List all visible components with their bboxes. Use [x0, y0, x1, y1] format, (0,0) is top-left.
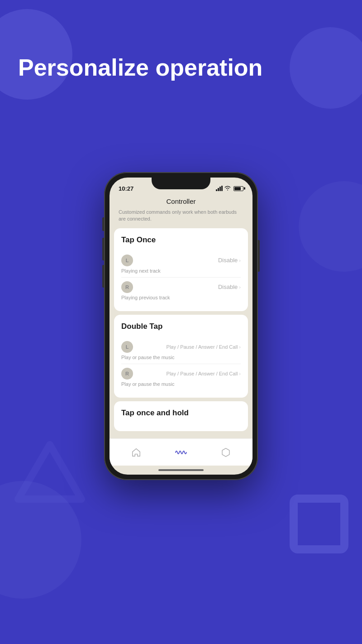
- tap-hold-card: Tap once and hold: [114, 401, 248, 431]
- app-content[interactable]: Tap Once L Disable › Playing next track …: [110, 228, 252, 438]
- bg-decoration-triangle: [14, 436, 86, 508]
- double-tap-left-row[interactable]: L Play / Pause / Answer / End Call › Pla…: [121, 337, 241, 364]
- bottom-nav: [110, 438, 252, 466]
- page-title: Personalize operation: [18, 54, 344, 82]
- tap-once-left-label: Playing next track: [121, 268, 241, 274]
- tap-once-left-row[interactable]: L Disable › Playing next track: [121, 251, 241, 278]
- tap-once-left-value[interactable]: Disable ›: [218, 257, 241, 264]
- double-tap-title: Double Tap: [121, 322, 241, 331]
- home-indicator: [110, 466, 252, 475]
- nav-settings[interactable]: [217, 443, 235, 461]
- phone-notch: [152, 178, 210, 189]
- double-tap-right-row[interactable]: R Play / Pause / Answer / End Call › Pla…: [121, 364, 241, 390]
- chevron-right-icon-2: ›: [239, 284, 241, 290]
- double-tap-right-value[interactable]: Play / Pause / Answer / End Call ›: [167, 371, 241, 376]
- bg-decoration-square: [290, 495, 348, 553]
- phone-screen: 10:27: [110, 178, 252, 475]
- tap-hold-title: Tap once and hold: [121, 409, 241, 418]
- bg-decoration-circle-mid: [299, 181, 362, 272]
- double-tap-card: Double Tap L Play / Pause / Answer / End…: [114, 315, 248, 398]
- chevron-right-icon-3: ›: [239, 344, 241, 350]
- tap-once-right-row[interactable]: R Disable › Playing previous track: [121, 278, 241, 304]
- signal-icon: [216, 186, 223, 191]
- tap-once-title: Tap Once: [121, 235, 241, 245]
- side-btn-power: [258, 240, 260, 272]
- status-time: 10:27: [119, 185, 133, 192]
- tap-once-right-label: Playing previous track: [121, 295, 241, 300]
- double-tap-left-value[interactable]: Play / Pause / Answer / End Call ›: [167, 344, 241, 350]
- chevron-right-icon: ›: [239, 258, 241, 263]
- side-btn-vol-down: [102, 265, 104, 288]
- tap-once-right-value[interactable]: Disable ›: [218, 284, 241, 290]
- left-ear-badge-tap-once: L: [121, 255, 133, 266]
- double-tap-right-label: Play or pause the music: [121, 381, 241, 387]
- tap-once-card: Tap Once L Disable › Playing next track …: [114, 228, 248, 311]
- battery-icon: [233, 186, 243, 191]
- nav-sound[interactable]: [172, 443, 190, 461]
- chevron-right-icon-4: ›: [239, 371, 241, 376]
- right-ear-badge-tap-once: R: [121, 281, 133, 293]
- side-btn-mute: [102, 217, 104, 231]
- phone-mockup: 10:27: [104, 172, 258, 480]
- right-ear-badge-double-tap: R: [121, 368, 133, 380]
- wifi-icon: [224, 185, 231, 192]
- left-ear-badge-double-tap: L: [121, 341, 133, 353]
- app-header-title: Controller: [119, 197, 243, 205]
- svg-marker-0: [18, 445, 81, 499]
- nav-home[interactable]: [127, 443, 145, 461]
- double-tap-left-label: Play or pause the music: [121, 355, 241, 360]
- app-header: Controller Customized commands only work…: [110, 195, 252, 228]
- app-subtitle: Customized commands only work when both …: [119, 209, 243, 223]
- side-btn-vol-up: [102, 238, 104, 260]
- status-icons: [216, 185, 243, 192]
